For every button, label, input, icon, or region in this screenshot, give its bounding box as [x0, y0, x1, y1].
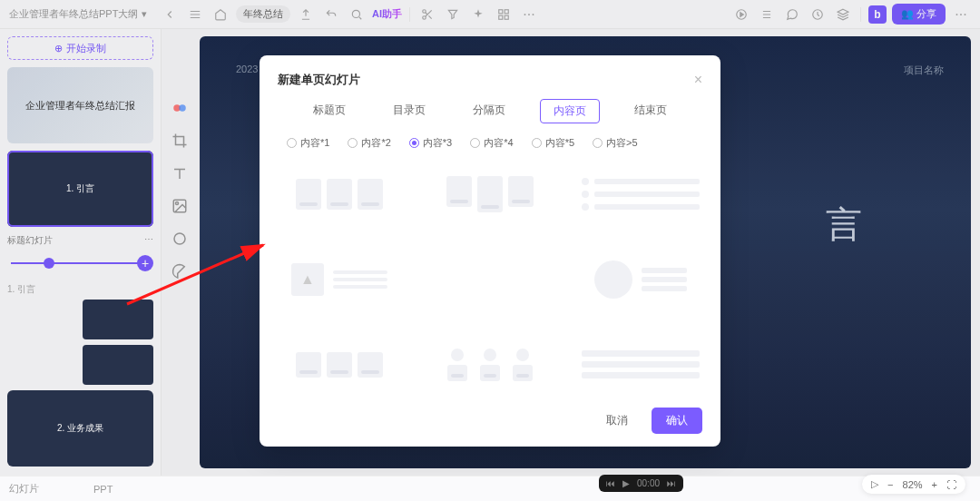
close-icon[interactable]: ×	[694, 72, 702, 88]
radio-content-gt5[interactable]: 内容>5	[593, 136, 638, 150]
template-grid: ▲	[278, 162, 702, 398]
tab-end-page[interactable]: 结束页	[622, 99, 680, 123]
modal-title: 新建单页幻灯片	[278, 72, 360, 88]
radio-content-5[interactable]: 内容*5	[532, 136, 574, 150]
template-option[interactable]	[431, 162, 549, 226]
play-next-icon[interactable]: ⏭	[667, 478, 676, 488]
playback-bar: ⏮ ▶ 00:00 ⏭	[599, 475, 683, 492]
template-option[interactable]	[582, 248, 700, 311]
template-option[interactable]	[280, 162, 398, 226]
template-option[interactable]	[582, 333, 700, 397]
modal-tabs: 标题页 目录页 分隔页 内容页 结束页	[278, 99, 702, 123]
present-icon[interactable]: ▷	[871, 478, 878, 490]
bottom-tab-ppt[interactable]: PPT	[93, 484, 113, 495]
zoom-out-icon[interactable]: −	[887, 479, 893, 490]
tab-title-page[interactable]: 标题页	[300, 99, 358, 123]
content-count-radios: 内容*1 内容*2 内容*3 内容*4 内容*5 内容>5	[278, 136, 702, 150]
fullscreen-icon[interactable]: ⛶	[946, 479, 956, 490]
cancel-button[interactable]: 取消	[592, 408, 642, 434]
radio-content-3[interactable]: 内容*3	[409, 136, 452, 150]
template-option[interactable]: ▲	[280, 248, 398, 311]
play-prev-icon[interactable]: ⏮	[606, 478, 615, 488]
template-option[interactable]	[431, 333, 549, 397]
play-time: 00:00	[637, 478, 660, 488]
zoom-in-icon[interactable]: +	[932, 479, 937, 490]
tab-divider-page[interactable]: 分隔页	[460, 99, 518, 123]
zoom-controls: ▷ − 82% + ⛶	[862, 475, 965, 494]
tab-toc-page[interactable]: 目录页	[380, 99, 438, 123]
radio-content-2[interactable]: 内容*2	[348, 136, 390, 150]
template-option[interactable]	[280, 333, 398, 397]
radio-content-1[interactable]: 内容*1	[287, 136, 329, 150]
template-option[interactable]	[431, 248, 549, 311]
play-button-icon[interactable]: ▶	[622, 478, 630, 488]
zoom-value[interactable]: 82%	[903, 479, 923, 490]
bottom-tab-slides[interactable]: 幻灯片	[9, 482, 39, 496]
template-option[interactable]	[582, 162, 700, 226]
modal-overlay[interactable]: 新建单页幻灯片 × 标题页 目录页 分隔页 内容页 结束页 内容*1 内容*2 …	[0, 0, 980, 501]
confirm-button[interactable]: 确认	[652, 408, 702, 434]
new-slide-modal: 新建单页幻灯片 × 标题页 目录页 分隔页 内容页 结束页 内容*1 内容*2 …	[260, 55, 720, 447]
radio-content-4[interactable]: 内容*4	[470, 136, 513, 150]
bottom-bar: 幻灯片 PPT	[0, 476, 980, 501]
tab-content-page[interactable]: 内容页	[540, 99, 600, 123]
